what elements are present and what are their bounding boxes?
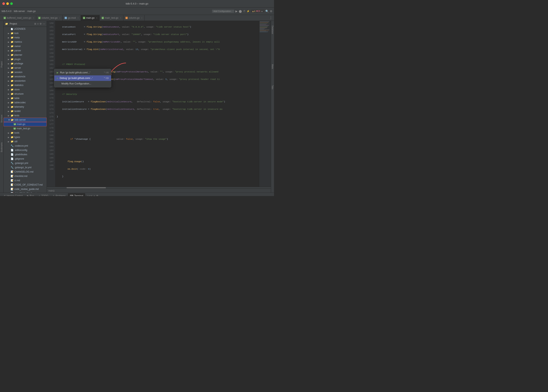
folder-icon: 📁 xyxy=(11,58,14,61)
sidebar-item-ci[interactable]: 📝 ci.md xyxy=(4,178,47,183)
sidebar-item-planner[interactable]: ▶ 📁 planner xyxy=(4,53,47,57)
search-icon[interactable]: 🔍 xyxy=(265,10,269,13)
tab-main-test[interactable]: g main_test.go × xyxy=(100,15,123,21)
sidebar-item-label: CHANGELOG.md xyxy=(14,170,34,173)
sidebar-item-owner[interactable]: ▶ 📁 owner xyxy=(4,44,47,49)
tabs-overflow-icon[interactable]: ⋮ xyxy=(269,16,274,20)
sidebar-item-codecov[interactable]: 🔧 .codecov.yml xyxy=(4,144,47,148)
tab-close-icon[interactable]: × xyxy=(77,17,78,19)
collapse-icon[interactable]: ≡ xyxy=(37,22,39,25)
go-file-icon: g xyxy=(4,17,6,19)
sidebar-item-checklist[interactable]: 📝 checklist.md xyxy=(4,174,47,178)
sidebar-item-parser[interactable]: ▶ 📁 parser xyxy=(4,49,47,53)
ctx-modify-item[interactable]: Modify Run Configuration... xyxy=(54,81,111,86)
sidebar-item-telemetry[interactable]: ▶ 📁 telemetry xyxy=(4,105,47,109)
sidebar-item-meta[interactable]: ▶ 📁 meta xyxy=(4,35,47,40)
error-count-area: ▲4 ✖26 ▲ xyxy=(251,10,264,13)
window-controls[interactable] xyxy=(2,2,13,5)
sidebar-item-lock[interactable]: ▶ 📁 lock xyxy=(4,31,47,35)
sidebar-item-metrics[interactable]: ▶ 📁 metrics xyxy=(4,40,47,44)
breadcrumb-server[interactable]: tidb-server xyxy=(14,10,25,13)
sidebar-item-types[interactable]: ▶ 📁 types xyxy=(4,135,47,139)
sidebar-item-plugin[interactable]: ▶ 📁 plugin xyxy=(4,57,47,61)
sidebar-item-label: main.go xyxy=(17,123,25,126)
code-content[interactable]: 150151152153 154155156157 158159160161 1… xyxy=(47,21,271,187)
sidebar-item-sessionctx[interactable]: ▶ 📁 sessionctx xyxy=(4,74,47,79)
btab-problems[interactable]: ⚠ Problems xyxy=(51,193,68,196)
maximize-button[interactable] xyxy=(10,2,13,5)
tab-close-icon[interactable]: × xyxy=(59,17,60,19)
tab-column-test[interactable]: g column_test.go × xyxy=(36,15,63,21)
tab-close-icon[interactable]: × xyxy=(120,17,121,19)
btab-terminal[interactable]: ⌨ Terminal xyxy=(68,193,85,196)
terminal-split-icon[interactable]: ⊞ xyxy=(96,194,98,196)
horizontal-scrollbar[interactable] xyxy=(47,187,271,188)
sidebar-item-testkit[interactable]: ▶ 📁 testkit xyxy=(4,109,47,113)
sidebar-item-contributing[interactable]: 📝 CONTRIBUTING.md xyxy=(4,191,47,193)
minimap[interactable] xyxy=(259,21,271,187)
sidebar-item-server[interactable]: ▶ 📁 server xyxy=(4,66,47,70)
minimize-button[interactable] xyxy=(6,2,9,5)
sidebar-item-tidb-server[interactable]: ▼ 📂 tidb-server xyxy=(4,118,47,122)
go-file-icon: g xyxy=(38,17,41,19)
sidebar-item-tests[interactable]: ▶ 📁 tests xyxy=(4,113,47,118)
sidebar-item-privilege[interactable]: ▶ 📁 privilege xyxy=(4,61,47,66)
btab-todo[interactable]: ✓ TODO xyxy=(36,193,50,196)
sidebar-item-main-go[interactable]: g main.go xyxy=(4,122,47,126)
sidebar-item-code-review[interactable]: 📝 code_review_guide.md xyxy=(4,187,47,191)
tab-close-icon[interactable]: × xyxy=(96,17,97,19)
sidebar-item-golangci[interactable]: 🔧 .golangci.yml xyxy=(4,161,47,165)
ctx-debug-item[interactable]: ● Debug 'go build github.com/...' ⌃⇧D xyxy=(54,75,111,81)
profile-icon[interactable]: ⏱ xyxy=(243,10,246,13)
btab-label: Terminal xyxy=(74,194,83,196)
code-lines[interactable]: statusHost = flag.String(nmStatusHost, v… xyxy=(55,21,259,187)
structure-label: Structure xyxy=(0,115,3,123)
tab-close-icon[interactable]: × xyxy=(141,17,142,19)
breadcrumb-file[interactable]: main.go xyxy=(27,10,36,13)
debug-icon[interactable]: ⬤ xyxy=(239,10,242,13)
sidebar-content[interactable]: 📄 LICENSES ▶ 📁 lock ▶ 📁 meta ▶ 📁 metrics… xyxy=(4,27,47,193)
coverage-icon[interactable]: ⚡ xyxy=(247,10,250,13)
sidebar-item-golangci-br[interactable]: 🔧 .golangci_br.yml xyxy=(4,165,47,170)
sidebar-item-label: .golangci.yml xyxy=(14,162,28,165)
btab-version-control[interactable]: ⎇ Version Control xyxy=(1,193,25,196)
close-button[interactable] xyxy=(2,2,5,5)
sidebar-item-licenses[interactable]: 📄 LICENSES xyxy=(4,27,47,31)
sidebar-item-editorconfig[interactable]: 📄 .editorconfig xyxy=(4,148,47,152)
sidebar-item-gitattributes[interactable]: 📄 .gitattributes xyxy=(4,152,47,157)
sidebar-item-main-test-go[interactable]: g main_test.go xyxy=(4,126,47,131)
tab-buffered-read-conn[interactable]: g buffered_read_conn.go × xyxy=(2,15,36,21)
md-file-icon: 📝 xyxy=(11,179,14,182)
sidebar-item-tablecodec[interactable]: ▶ 📁 tablecodec xyxy=(4,100,47,105)
tab-column[interactable]: g column.go × xyxy=(123,15,145,21)
sidebar-item-session[interactable]: ▶ 📁 session xyxy=(4,70,47,74)
settings-tree-icon[interactable]: ⚙ xyxy=(40,22,42,25)
close-sidebar-icon[interactable]: — xyxy=(43,22,45,25)
sidebar-item-gitignore[interactable]: 📄 .gitignore xyxy=(4,157,47,161)
sidebar-item-util[interactable]: ▶ 📁 util xyxy=(4,139,47,144)
sidebar-item-label: meta xyxy=(14,36,20,39)
breadcrumb-project[interactable]: tidb-5.4.0 xyxy=(2,10,11,13)
sidebar-item-sessiontxn[interactable]: ▶ 📁 sessiontxn xyxy=(4,79,47,83)
sidebar-item-store[interactable]: ▶ 📁 store xyxy=(4,87,47,92)
run-icon[interactable]: ▶ xyxy=(235,10,238,13)
ctx-run-item[interactable]: ▶ Run 'go build github.com/...' ⌃⇧R xyxy=(54,70,111,75)
tab-go-mod[interactable]: m go.mod × xyxy=(63,15,81,21)
sidebar-item-changelog[interactable]: 📝 CHANGELOG.md xyxy=(4,170,47,174)
chevron-up-icon[interactable]: ▲ xyxy=(261,10,263,12)
sidebar-item-tools[interactable]: ▶ 📁 tools xyxy=(4,131,47,135)
sidebar-item-statistics[interactable]: ▶ 📁 statistics xyxy=(4,83,47,87)
sidebar-item-structure[interactable]: ▶ 📁 structure xyxy=(4,92,47,96)
terminal-add-icon[interactable]: + xyxy=(93,194,95,196)
tab-main-go[interactable]: g main.go × xyxy=(81,15,100,21)
btab-run[interactable]: ▶ Run xyxy=(25,193,36,196)
add-configuration-button[interactable]: Add Configuration... xyxy=(212,10,234,13)
settings-icon[interactable]: ⚙ xyxy=(270,10,272,13)
sidebar-item-table[interactable]: ▶ 📁 table xyxy=(4,96,47,100)
tab-close-icon[interactable]: × xyxy=(33,17,34,19)
sidebar-item-code-of-conduct[interactable]: 📝 CODE_OF_CONDUCT.md xyxy=(4,183,47,187)
window-title: tidb-5.4.0 – main.go xyxy=(126,2,148,5)
layout-icon[interactable]: ⊞ xyxy=(34,22,36,25)
line-numbers: 150151152153 154155156157 158159160161 1… xyxy=(47,21,55,187)
sidebar-item-label: metrics xyxy=(14,41,22,43)
